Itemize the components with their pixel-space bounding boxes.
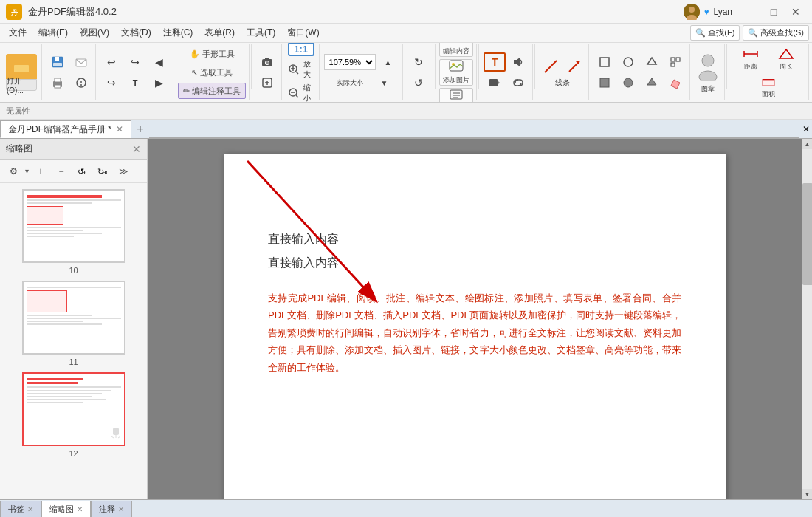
scroll-thumb[interactable] — [802, 183, 813, 285]
tab-bar: 金丹PDF编辑器产品手册 * ✕ + ✕ — [0, 120, 812, 139]
status-text: 无属性 — [6, 106, 30, 117]
polygon-button[interactable] — [641, 52, 663, 72]
sidebar-zoom-in-button[interactable]: + — [32, 162, 49, 180]
menu-window[interactable]: 窗口(W) — [281, 24, 325, 42]
filled-circle-button[interactable] — [617, 73, 639, 92]
tab-label: 金丹PDF编辑器产品手册 * — [8, 123, 111, 136]
thumbnail-12[interactable]: 12 — [6, 372, 141, 458]
bottom-tab-bookmarks[interactable]: 书签 ✕ — [0, 501, 41, 517]
type-button[interactable]: T — [484, 52, 506, 72]
edit-content-button[interactable]: T 编辑内容 — [439, 43, 473, 57]
sound-button[interactable] — [507, 52, 529, 72]
separator-1 — [251, 44, 252, 89]
email-button[interactable] — [70, 52, 92, 72]
distance-button[interactable]: 距离 — [734, 45, 768, 75]
thumbnail-11[interactable]: 11 — [6, 281, 141, 366]
text-edit-button[interactable]: T — [124, 73, 146, 92]
redo2-button[interactable]: ↪ — [100, 73, 123, 92]
scroll-track[interactable] — [802, 149, 813, 489]
star-button[interactable] — [664, 52, 687, 72]
zoom-out-button[interactable] — [286, 83, 302, 103]
advanced-search-icon: 🔍 — [748, 28, 758, 38]
menu-annotation[interactable]: 注释(C) — [157, 24, 199, 42]
filled-rect-button[interactable] — [593, 73, 616, 92]
redo-button[interactable]: ↪ — [124, 52, 146, 72]
zoom-prev-button[interactable]: ▲ — [377, 52, 399, 72]
tab-main[interactable]: 金丹PDF编辑器产品手册 * ✕ — [0, 120, 131, 138]
thumbnails-tab-close[interactable]: ✕ — [77, 505, 83, 513]
sidebar-rotate-right-button[interactable]: ↻ 90° — [94, 162, 111, 180]
perimeter-button[interactable]: 周长 — [769, 45, 803, 75]
arrow-button[interactable] — [563, 57, 585, 76]
edit-annotation-button[interactable]: ✏ 编辑注释工具 — [178, 83, 246, 99]
svg-line-26 — [296, 72, 298, 74]
actual-size-button[interactable]: 1:1 — [288, 43, 314, 56]
person-button[interactable] — [695, 52, 721, 83]
open-button[interactable]: 打开(O)... — [6, 54, 37, 91]
line-label: 线条 — [555, 78, 570, 88]
bottom-tab-annotations[interactable]: 注释 ✕ — [91, 501, 132, 517]
menu-edit[interactable]: 编辑(E) — [32, 24, 74, 42]
sidebar-more-button[interactable]: ≫ — [114, 162, 132, 180]
menu-bar: 文件 编辑(E) 视图(V) 文档(D) 注释(C) 表单(R) 工具(T) 窗… — [0, 24, 812, 43]
page-fit-button[interactable]: 实际大小 — [328, 73, 372, 92]
snapshot-button[interactable] — [256, 52, 278, 72]
back-button[interactable]: ◀ — [148, 52, 170, 72]
svg-point-51 — [624, 78, 633, 87]
scroll-down-button[interactable]: ▼ — [802, 489, 813, 499]
sidebar-close-button[interactable]: ✕ — [132, 143, 141, 155]
maximize-button[interactable]: □ — [763, 4, 784, 20]
menu-tools[interactable]: 工具(T) — [241, 24, 281, 42]
refresh-button[interactable]: ↻ — [407, 52, 430, 72]
sidebar-rotate-left-button[interactable]: ↺ 90° — [73, 162, 91, 180]
thumbnail-10[interactable]: 10 — [6, 189, 141, 275]
zoom-next-button[interactable]: ▼ — [374, 73, 396, 92]
properties-button[interactable] — [70, 73, 92, 92]
tab-close-button[interactable]: ✕ — [116, 124, 123, 134]
forward-button[interactable]: ▶ — [148, 73, 170, 92]
close-all-button[interactable]: ✕ — [799, 120, 812, 138]
tab-add-button[interactable]: + — [131, 120, 149, 138]
circle-button[interactable] — [617, 52, 639, 72]
zoom-select[interactable]: 107.59% 100% 75% 50% 150% 200% — [324, 54, 376, 70]
menu-doc[interactable]: 文档(D) — [115, 24, 157, 42]
sidebar-zoom-out-button[interactable]: − — [52, 162, 70, 180]
annotations-tab-close[interactable]: ✕ — [118, 505, 124, 513]
shapes-group — [591, 44, 690, 100]
add-image-button[interactable]: 添加图片 — [439, 59, 473, 86]
zoom-out-label: 缩小 — [303, 83, 316, 103]
line-button[interactable] — [540, 57, 562, 76]
save-button[interactable] — [47, 52, 69, 72]
hand-tool-button[interactable]: ✋ 手形工具 — [185, 46, 240, 62]
page-viewer[interactable]: 直接输入内容 直接输入内容 支持完成PDF编辑、阅读、批注、编辑文本、绘图标注、… — [148, 139, 802, 499]
menu-view[interactable]: 视图(V) — [74, 24, 115, 42]
right-scrollbar[interactable]: ▲ ▼ — [802, 139, 812, 499]
sidebar-settings-button[interactable]: ⚙ — [4, 162, 22, 180]
minimize-button[interactable]: — — [741, 4, 762, 20]
bookmarks-tab-close[interactable]: ✕ — [27, 505, 33, 513]
scroll-up-button[interactable]: ▲ — [802, 139, 813, 149]
print-button[interactable] — [47, 73, 69, 92]
close-button[interactable]: ✕ — [785, 4, 806, 20]
sidebar: 缩略图 ✕ ⚙ ▾ + − ↺ 90° ↻ 90° ≫ — [0, 139, 148, 499]
link-button[interactable] — [507, 73, 529, 92]
find-button[interactable]: 🔍 查找(F) — [690, 25, 740, 41]
svg-point-45 — [624, 58, 633, 66]
svg-rect-13 — [55, 78, 61, 82]
rotate-button[interactable]: ↺ — [407, 73, 430, 92]
filled-polygon-button[interactable] — [641, 73, 663, 92]
eraser-button[interactable] — [664, 73, 687, 92]
extra-button[interactable] — [256, 73, 278, 92]
area-button[interactable]: 面积 — [732, 78, 805, 100]
video-button[interactable] — [484, 73, 506, 92]
zoom-in-button[interactable] — [286, 60, 302, 79]
menu-file[interactable]: 文件 — [3, 24, 32, 42]
select-tool-button[interactable]: ↖ 选取工具 — [186, 64, 238, 81]
edit-form-button[interactable]: 编辑表单 — [439, 88, 473, 103]
rect-button[interactable] — [593, 52, 616, 72]
undo-button[interactable]: ↩ — [100, 52, 123, 72]
bottom-tab-thumbnails[interactable]: 缩略图 ✕ — [41, 501, 91, 517]
window-controls[interactable]: — □ ✕ — [741, 4, 806, 20]
advanced-find-button[interactable]: 🔍 高级查找(S) — [743, 25, 809, 41]
menu-form[interactable]: 表单(R) — [199, 24, 241, 42]
